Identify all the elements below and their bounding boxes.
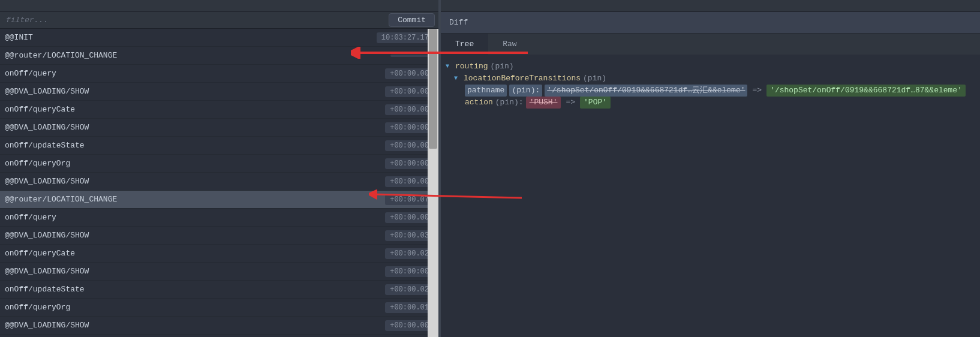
chevron-down-icon[interactable]: ▼ — [454, 73, 461, 85]
old-value: 'PUSH' — [526, 97, 561, 109]
action-list[interactable]: @@INIT10:03:27.17@@router/LOCATION_CHANG… — [0, 29, 438, 337]
action-timestamp: +00:00:00 — [385, 122, 434, 133]
top-bar-spacer-right — [441, 0, 980, 12]
action-timestamp: +00:00.02 — [385, 248, 434, 259]
tab-raw[interactable]: Raw — [488, 34, 531, 55]
action-name: onOff/updateState — [5, 285, 85, 294]
action-timestamp: +00:00.00 — [385, 212, 434, 223]
action-row[interactable]: @@DVA_LOADING/SHOW+00:00.03 — [0, 227, 438, 245]
action-row[interactable]: @@DVA_LOADING/SHOW+00:00:00 — [0, 119, 438, 137]
top-bar-spacer — [0, 0, 438, 12]
arrow-icon: => — [563, 97, 578, 109]
action-row[interactable]: onOff/updateState+00:00.02 — [0, 281, 438, 299]
action-row[interactable]: @@INIT10:03:27.17 — [0, 29, 438, 47]
tree-leaf-action[interactable]: action (pin): 'PUSH' => 'POP' — [446, 97, 975, 109]
scrollbar-track[interactable] — [428, 29, 438, 337]
action-name: onOff/queryCate — [5, 249, 75, 258]
arrow-icon: => — [750, 85, 764, 97]
action-name: @@DVA_LOADING/SHOW — [5, 231, 89, 240]
tree-key: locationBeforeTransitions — [464, 73, 581, 85]
chevron-down-icon[interactable]: ▼ — [446, 61, 453, 73]
action-row[interactable]: onOff/query+00:00.00 — [0, 209, 438, 227]
action-timestamp: +00:00.07 — [385, 194, 434, 205]
action-name: @@DVA_LOADING/SHOW — [5, 321, 89, 330]
diff-tabs: Tree Raw — [441, 34, 980, 55]
tree-node-location[interactable]: ▼ locationBeforeTransitions (pin) — [446, 73, 975, 85]
action-row[interactable]: @@router/LOCATION_CHANGE+00:00.07 — [0, 191, 438, 209]
action-timestamp: +00:00.00 — [385, 140, 434, 151]
action-timestamp: +00:00.01 — [385, 302, 434, 313]
diff-header: Diff — [441, 12, 980, 34]
action-timestamp: +00:00.00 — [385, 86, 434, 97]
action-row[interactable]: @@router/LOCATION_CHANGE — [0, 47, 438, 65]
tab-tree[interactable]: Tree — [441, 34, 488, 55]
action-timestamp: +00:00.03 — [385, 230, 434, 241]
action-row[interactable]: onOff/queryOrg+00:00.01 — [0, 299, 438, 317]
tree-key: action — [465, 97, 493, 109]
pin-label: (pin) — [583, 73, 606, 85]
action-row[interactable]: onOff/queryOrg+00:00:00 — [0, 155, 438, 173]
action-timestamp: +00:00.00 — [385, 176, 434, 187]
action-name: @@DVA_LOADING/SHOW — [5, 87, 89, 96]
tree-key: pathname — [465, 85, 507, 97]
action-row[interactable]: onOff/queryCate+00:00.00 — [0, 101, 438, 119]
action-row[interactable]: @@DVA_LOADING/SHOW+00:00:00 — [0, 263, 438, 281]
action-row[interactable]: onOff/queryCate+00:00.02 — [0, 245, 438, 263]
pin-label: (pin): — [495, 97, 524, 109]
action-name: onOff/queryOrg — [5, 159, 70, 168]
action-timestamp: +00:00:00 — [385, 158, 434, 169]
filter-row: Commit — [0, 12, 438, 29]
action-name: @@router/LOCATION_CHANGE — [5, 51, 117, 60]
pin-label: (pin): — [509, 85, 542, 97]
action-timestamp: +00:00:00 — [385, 266, 434, 277]
old-value: '/shopSet/onOff/0919&&668721df…云汇&&eleme… — [545, 85, 747, 97]
left-panel: Commit @@INIT10:03:27.17@@router/LOCATIO… — [0, 0, 441, 337]
action-name: onOff/queryCate — [5, 105, 75, 114]
scrollbar-thumb[interactable] — [429, 29, 437, 149]
action-row[interactable]: @@DVA_LOADING/SHOW+00:00.00 — [0, 83, 438, 101]
action-name: onOff/query — [5, 69, 56, 78]
action-name: @@DVA_LOADING/SHOW — [5, 177, 89, 186]
right-panel: Diff Tree Raw ▼ routing (pin) ▼ location… — [441, 0, 980, 337]
action-name: onOff/updateState — [5, 141, 85, 150]
pin-label: (pin) — [491, 61, 514, 73]
filter-input[interactable] — [0, 12, 385, 28]
new-value: 'POP' — [580, 97, 611, 109]
action-timestamp: 10:03:27.17 — [377, 32, 434, 43]
action-name: @@DVA_LOADING/SHOW — [5, 267, 89, 276]
tree-node-routing[interactable]: ▼ routing (pin) — [446, 61, 975, 73]
action-name: @@DVA_LOADING/SHOW — [5, 123, 89, 132]
action-timestamp: +00:00.00 — [385, 104, 434, 115]
action-timestamp: +00:00.02 — [385, 284, 434, 295]
action-name: onOff/queryOrg — [5, 303, 70, 312]
action-row[interactable]: onOff/updateState+00:00.00 — [0, 137, 438, 155]
tree-key: routing — [455, 61, 488, 73]
action-timestamp: +00:00.00 — [385, 68, 434, 79]
action-row[interactable]: onOff/query+00:00.00 — [0, 65, 438, 83]
action-row[interactable]: @@DVA_LOADING/SHOW+00:00.00 — [0, 173, 438, 191]
action-name: @@INIT — [5, 33, 33, 42]
tree-view: ▼ routing (pin) ▼ locationBeforeTransiti… — [441, 55, 980, 115]
action-name: @@router/LOCATION_CHANGE — [5, 195, 117, 204]
commit-button[interactable]: Commit — [389, 13, 435, 27]
action-name: onOff/query — [5, 213, 56, 222]
new-value: '/shopSet/onOff/0919&&668721df…87&&eleme… — [766, 85, 966, 97]
action-row[interactable]: @@DVA_LOADING/SHOW+00:00.00 — [0, 317, 438, 335]
action-timestamp: +00:00.00 — [385, 320, 434, 331]
tree-leaf-pathname[interactable]: pathname (pin): '/shopSet/onOff/0919&&66… — [446, 85, 975, 97]
